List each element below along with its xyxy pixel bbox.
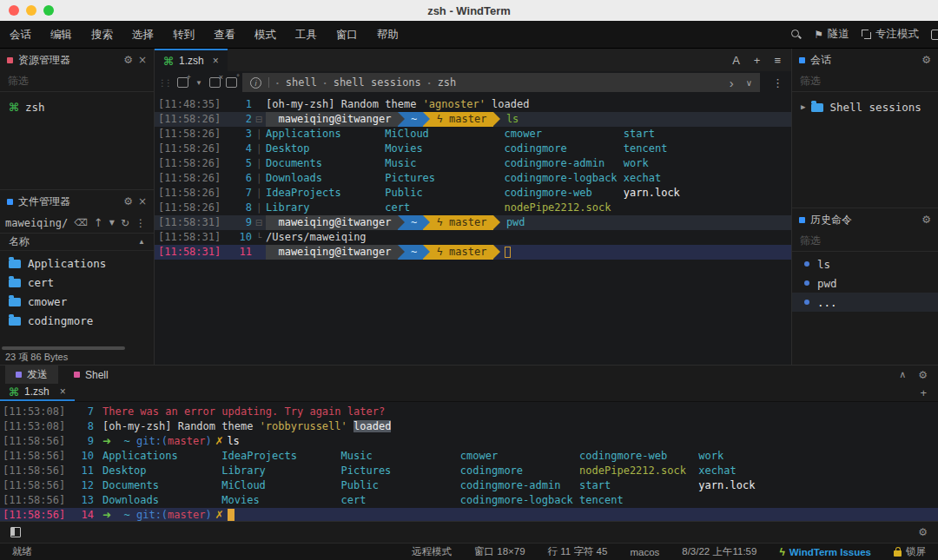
fold-marker: [94, 434, 102, 449]
more-icon[interactable]: ⋮: [772, 76, 791, 89]
chevron-down-icon[interactable]: ∨: [746, 78, 752, 88]
tabbar-right-icons: A + ≡: [732, 49, 791, 71]
fold-marker: [252, 97, 266, 112]
terminal-line: [11:48:35]1[oh-my-zsh] Random theme 'agn…: [155, 97, 791, 112]
lock-screen-button[interactable]: 锁屏: [894, 545, 926, 558]
expand-icon[interactable]: ›: [730, 76, 734, 90]
file-name: codingmore: [28, 314, 93, 327]
menu-会话[interactable]: 会话: [0, 21, 41, 49]
sessions-tree-item[interactable]: ▶Shell sessions: [792, 97, 938, 116]
breadcrumb-shell-sessions[interactable]: shell sessions: [334, 76, 421, 89]
line-content: IdeaProjects Public codingmore-web yarn.…: [266, 186, 791, 201]
close-icon[interactable]: ×: [138, 195, 147, 208]
fold-marker[interactable]: ⊟: [252, 215, 266, 230]
focus-mode-button[interactable]: 专注模式: [862, 27, 919, 42]
tab-shell[interactable]: Shell: [63, 366, 119, 384]
clear-path-icon[interactable]: ⌫: [74, 217, 88, 228]
menu-窗口[interactable]: 窗口: [327, 21, 367, 49]
menu-模式[interactable]: 模式: [245, 21, 286, 49]
status-remote-mode[interactable]: 远程模式: [412, 545, 452, 558]
gear-icon[interactable]: ⚙: [918, 526, 928, 538]
path-input[interactable]: maweiqing/: [5, 217, 68, 229]
bottom-terminal[interactable]: [11:53:08]7There was an error updating. …: [0, 402, 938, 521]
gear-icon[interactable]: ⚙: [921, 214, 931, 226]
breadcrumb-zsh[interactable]: zsh: [438, 76, 457, 89]
menu-搜索[interactable]: 搜索: [82, 21, 122, 49]
close-tab-icon[interactable]: ×: [60, 385, 66, 398]
sessions-filter-input[interactable]: 筛选: [792, 71, 938, 92]
tab-label: 1.zsh: [179, 55, 204, 67]
file-row-cert[interactable]: cert: [0, 273, 154, 292]
tab-send[interactable]: 发送: [5, 366, 58, 384]
windterm-app: zsh - WindTerm 会话编辑搜索选择转到查看模式工具窗口帮助 ⚑ 隧道…: [0, 0, 938, 560]
history-filter-input[interactable]: 筛选: [792, 231, 938, 252]
history-list: lspwd...: [792, 252, 938, 365]
zsh-icon: ⌘: [9, 101, 19, 114]
main-terminal[interactable]: [11:48:35]1[oh-my-zsh] Random theme 'agn…: [155, 94, 791, 365]
font-size-icon[interactable]: A: [732, 54, 740, 67]
terminal-line: [11:58:26]6│Downloads Pictures codingmor…: [155, 171, 791, 186]
drag-handle[interactable]: ⋮⋮: [158, 78, 170, 88]
close-tab-icon[interactable]: ×: [213, 55, 219, 67]
windterm-issues-link[interactable]: ϟ WindTerm Issues: [779, 546, 871, 558]
line-content: Desktop Movies codingmore tencent: [266, 142, 791, 156]
menu-选择[interactable]: 选择: [122, 21, 163, 49]
tunnel-button[interactable]: ⚑ 隧道: [814, 27, 849, 42]
line-number: 8: [73, 419, 94, 434]
new-tab-icon[interactable]: +: [177, 77, 188, 88]
up-directory-icon[interactable]: ↑: [94, 216, 103, 229]
shell-tab-icon: [74, 372, 80, 378]
name-column-header[interactable]: 名称 ▲: [0, 234, 154, 251]
sort-ascending-icon[interactable]: ▲: [138, 238, 145, 246]
add-tab-icon[interactable]: +: [920, 384, 938, 401]
tab-list-icon[interactable]: ≡: [774, 54, 781, 67]
terminal-toolbar: ⋮⋮ + ▼ × ° i • shell • shell sessions • …: [155, 71, 791, 94]
add-tab-icon[interactable]: +: [754, 54, 761, 67]
line-number: 10: [228, 230, 252, 245]
file-name: Applications: [28, 257, 106, 270]
more-icon[interactable]: ⋮: [135, 217, 146, 229]
explorer-item-zsh[interactable]: ⌘zsh: [0, 97, 154, 116]
fold-marker[interactable]: ⊟: [252, 112, 266, 127]
menu-工具[interactable]: 工具: [286, 21, 327, 49]
close-icon[interactable]: ×: [138, 54, 147, 66]
menu-转到[interactable]: 转到: [163, 21, 204, 49]
toggle-panel-icon[interactable]: [10, 527, 21, 537]
file-row-codingmore[interactable]: codingmore: [0, 311, 154, 330]
menu-查看[interactable]: 查看: [204, 21, 245, 49]
tab-1zsh[interactable]: ⌘ 1.zsh ×: [155, 49, 228, 71]
history-item-ls[interactable]: ls: [792, 254, 938, 273]
menu-帮助[interactable]: 帮助: [367, 21, 408, 49]
line-content: [oh-my-zsh] Random theme 'robbyrussell' …: [102, 419, 938, 434]
gear-icon[interactable]: ⚙: [921, 54, 931, 66]
new-tab-dropdown-icon[interactable]: ▼: [195, 79, 202, 87]
history-item-pwd[interactable]: pwd: [792, 273, 938, 293]
layout-icon[interactable]: [931, 30, 938, 40]
fold-marker: [94, 419, 102, 434]
reopen-tab-icon[interactable]: °: [226, 77, 237, 88]
sessions-tree: ▶Shell sessions: [792, 92, 938, 208]
bottom-tab-1zsh[interactable]: ⌘ 1.zsh ×: [0, 384, 75, 401]
refresh-icon[interactable]: ↻: [121, 217, 129, 229]
close-tab-icon[interactable]: ×: [209, 77, 221, 88]
menu-编辑[interactable]: 编辑: [41, 21, 82, 49]
collapse-icon[interactable]: ∧: [899, 369, 906, 380]
terminal-line: [11:58:31]11 maweiqing@itwanger ~ ϟ mast…: [155, 245, 791, 260]
twisty-icon[interactable]: ▶: [801, 102, 805, 111]
explorer-panel-title: 资源管理器: [18, 53, 70, 68]
terminal-line: [11:58:56]11Desktop Library Pictures cod…: [0, 464, 938, 478]
explorer-filter-input[interactable]: 筛选: [0, 71, 154, 92]
file-row-cmower[interactable]: cmower: [0, 292, 154, 311]
line-number: 8: [228, 201, 252, 215]
search-icon[interactable]: [790, 29, 802, 40]
info-icon[interactable]: i: [250, 77, 261, 89]
line-timestamp: [11:58:26]: [155, 171, 228, 186]
chevron-down-icon[interactable]: ▼: [109, 219, 115, 227]
gear-icon[interactable]: ⚙: [123, 54, 133, 66]
breadcrumb-shell[interactable]: shell: [286, 76, 317, 89]
gear-icon[interactable]: ⚙: [918, 369, 928, 381]
file-row-Applications[interactable]: Applications: [0, 254, 154, 273]
history-panel-icon: [799, 217, 805, 223]
history-item-...[interactable]: ...: [792, 293, 938, 312]
gear-icon[interactable]: ⚙: [123, 195, 133, 208]
